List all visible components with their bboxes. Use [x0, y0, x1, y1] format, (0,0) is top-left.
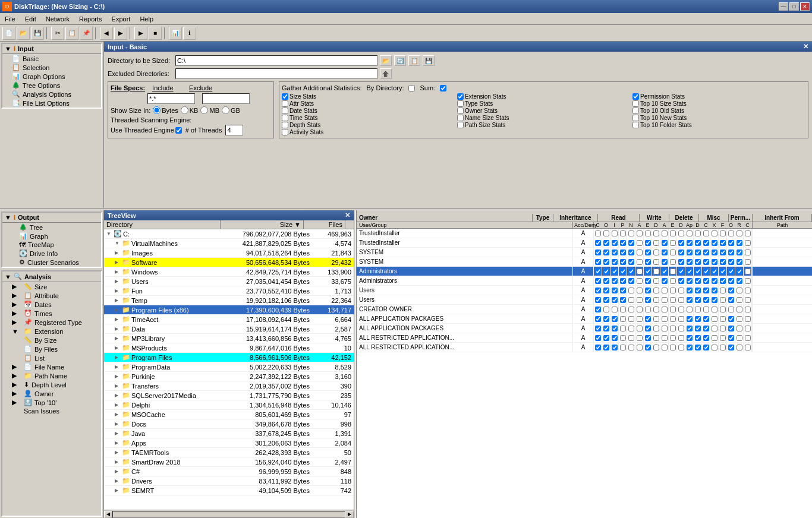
perm-checkbox[interactable]: [712, 345, 717, 350]
perm-checkbox[interactable]: [645, 249, 651, 255]
perm-checkbox[interactable]: [595, 278, 601, 284]
analysis-header[interactable]: ▼ 🔍 Analysis: [2, 271, 101, 282]
perm-checkbox[interactable]: [603, 335, 609, 341]
perm-checkbox[interactable]: [645, 345, 651, 350]
perm-checkbox[interactable]: [720, 345, 726, 350]
perm-checkbox[interactable]: [720, 316, 726, 322]
perm-row[interactable]: ALL RESTRICTED APPLICATION... A: [357, 333, 812, 343]
tree-row[interactable]: ▶ 📁 Fun 23,770,552,410 Bytes 1,713: [104, 286, 354, 296]
perm-checkbox[interactable]: [645, 269, 651, 274]
perm-row[interactable]: Users A: [357, 286, 812, 295]
perm-checkbox[interactable]: [670, 240, 676, 246]
perm-checkbox[interactable]: [745, 269, 751, 274]
perm-checkbox[interactable]: [653, 259, 659, 265]
perm-checkbox[interactable]: [728, 335, 734, 341]
perm-checkbox[interactable]: [728, 288, 734, 293]
perm-checkbox[interactable]: [670, 278, 676, 284]
perm-checkbox[interactable]: [637, 249, 643, 255]
expand-btn[interactable]: ▶: [115, 269, 121, 274]
expand-btn[interactable]: ▶: [115, 279, 121, 284]
perm-checkbox[interactable]: [687, 230, 693, 236]
perm-checkbox[interactable]: [728, 249, 734, 255]
directory-input[interactable]: [175, 55, 377, 66]
kb-radio[interactable]: [181, 106, 188, 114]
perm-row[interactable]: ALL APPLICATION PACKAGES A: [357, 314, 812, 324]
perm-checkbox[interactable]: [695, 288, 701, 293]
expand-btn[interactable]: ▶: [115, 478, 121, 484]
perm-checkbox[interactable]: [670, 259, 676, 265]
excluded-browse-btn[interactable]: 🗑: [380, 68, 392, 79]
perm-checkbox[interactable]: [712, 288, 717, 293]
col-directory[interactable]: Directory: [104, 220, 221, 229]
perm-checkbox[interactable]: [703, 345, 709, 350]
perm-checkbox[interactable]: [712, 307, 717, 312]
perm-checkbox[interactable]: [687, 269, 693, 274]
perm-checkbox[interactable]: [628, 335, 634, 341]
perm-checkbox[interactable]: [612, 269, 618, 274]
perm-checkbox[interactable]: [737, 345, 742, 350]
perm-checkbox[interactable]: [703, 297, 709, 303]
perm-checkbox[interactable]: [687, 278, 693, 284]
top10new-cb[interactable]: [632, 115, 639, 121]
perm-checkbox[interactable]: [612, 326, 618, 331]
perm-checkbox[interactable]: [662, 278, 668, 284]
perm-checkbox[interactable]: [678, 288, 684, 293]
expand-btn[interactable]: ▶: [115, 326, 121, 331]
perm-checkbox[interactable]: [720, 307, 726, 312]
perm-checkbox[interactable]: [637, 288, 643, 293]
expand-btn[interactable]: ▶: [115, 250, 121, 255]
perm-checkbox[interactable]: [745, 288, 751, 293]
perm-checkbox[interactable]: [595, 335, 601, 341]
perm-checkbox[interactable]: [720, 240, 726, 246]
tree-row[interactable]: ▶ 📁 Images 94,017,518,264 Bytes 21,843: [104, 248, 354, 258]
tree-row[interactable]: ▶ 📁 SmartDraw 2018 156,924,040 Bytes 2,4…: [104, 457, 354, 467]
output-treemap[interactable]: 🗺 TreeMap: [2, 241, 101, 249]
perm-checkbox[interactable]: [695, 307, 701, 312]
perm-checkbox[interactable]: [637, 326, 643, 331]
inherit-from-col-header[interactable]: Inherit From: [753, 214, 812, 222]
perm-checkbox[interactable]: [637, 297, 643, 303]
expand-btn[interactable]: ▶: [115, 364, 121, 369]
perm-checkbox[interactable]: [737, 307, 742, 312]
perm-checkbox[interactable]: [678, 230, 684, 236]
perm-checkbox[interactable]: [662, 269, 668, 274]
perm-checkbox[interactable]: [620, 307, 626, 312]
perm-checkbox[interactable]: [712, 269, 717, 274]
perm-checkbox[interactable]: [728, 269, 734, 274]
expand-btn[interactable]: ▶: [115, 393, 121, 398]
perm-checkbox[interactable]: [645, 240, 651, 246]
tree-row[interactable]: ▶ 📁 MSOCache 805,601,469 Bytes 97: [104, 410, 354, 419]
perm-checkbox[interactable]: [620, 240, 626, 246]
perm-checkbox[interactable]: [703, 269, 709, 274]
perm-row[interactable]: Administrators A: [357, 267, 812, 276]
mb-radio-label[interactable]: MB: [200, 106, 219, 114]
size-stats-cb[interactable]: [282, 93, 288, 100]
analysis-byfiles[interactable]: 📄 By Files: [2, 345, 101, 353]
perm-checkbox[interactable]: [620, 230, 626, 236]
analysis-times[interactable]: ▶ ⏰ Times: [2, 309, 101, 318]
minimize-button[interactable]: —: [779, 2, 788, 11]
browse-folder-btn[interactable]: 📂: [380, 55, 392, 66]
tree-row[interactable]: ▶ 📁 ProgramData 5,002,220,633 Bytes 8,52…: [104, 362, 354, 372]
expand-btn[interactable]: ▶: [115, 288, 121, 293]
analysis-size[interactable]: ▶ 📏 Size: [2, 282, 101, 291]
perm-checkbox[interactable]: [712, 297, 717, 303]
perm-checkbox[interactable]: [653, 326, 659, 331]
menu-network[interactable]: Network: [41, 14, 74, 24]
perm-checkbox[interactable]: [653, 297, 659, 303]
perm-checkbox[interactable]: [595, 230, 601, 236]
perm-checkbox[interactable]: [645, 230, 651, 236]
perm-checkbox[interactable]: [637, 269, 643, 274]
perm-checkbox[interactable]: [737, 316, 742, 322]
output-tree[interactable]: 🌲 Tree: [2, 223, 101, 232]
tree-row[interactable]: ▶ 📁 Software 50,656,648,534 Bytes 29,432: [104, 258, 354, 267]
owner-col-header[interactable]: Owner: [357, 214, 533, 222]
perm-checkbox[interactable]: [712, 278, 717, 284]
depth-stats-cb[interactable]: [282, 122, 288, 128]
perm-checkbox[interactable]: [670, 335, 676, 341]
perm-checkbox[interactable]: [612, 288, 618, 293]
scroll-left-btn[interactable]: ◀: [104, 511, 112, 518]
sidebar-item-analysis-options[interactable]: 🔍 Analysis Options: [2, 90, 101, 99]
type-stats-cb[interactable]: [457, 100, 464, 107]
exclude-input[interactable]: [202, 93, 250, 104]
